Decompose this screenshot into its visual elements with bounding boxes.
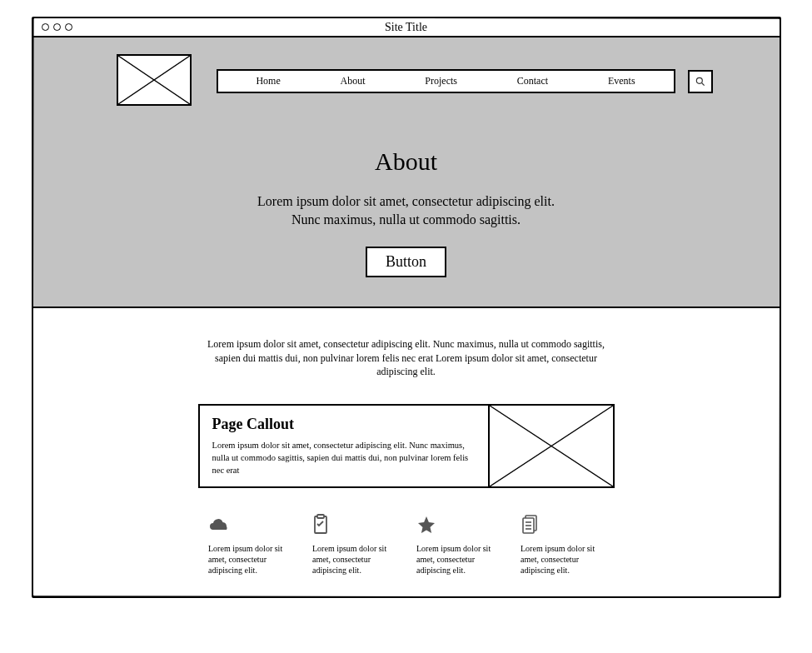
nav-item-events[interactable]: Events xyxy=(608,75,635,87)
site-title: Site Title xyxy=(385,21,427,34)
title-bar: Site Title xyxy=(33,18,780,37)
logo-placeholder[interactable] xyxy=(117,54,192,106)
hero-section: Home About Projects Contact Events About… xyxy=(33,37,780,308)
feature-text: Lorem ipsum dolor sit amet, consectetur … xyxy=(521,543,604,576)
hero-subtext: Lorem ipsum dolor sit amet, consectetur … xyxy=(83,192,730,230)
window-dot[interactable] xyxy=(53,23,61,31)
header-row: Home About Projects Contact Events xyxy=(83,54,730,106)
hero-button[interactable]: Button xyxy=(366,247,446,277)
clipboard-icon xyxy=(312,513,396,536)
window-controls xyxy=(42,23,72,31)
search-button[interactable] xyxy=(688,70,713,93)
feature-item: Lorem ipsum dolor sit amet, consectetur … xyxy=(416,513,500,576)
feature-item: Lorem ipsum dolor sit amet, consectetur … xyxy=(312,513,396,576)
feature-text: Lorem ipsum dolor sit amet, consectetur … xyxy=(312,543,396,576)
window-dot[interactable] xyxy=(65,23,72,31)
nav-area: Home About Projects Contact Events xyxy=(217,69,713,93)
content-section: Lorem ipsum dolor sit amet, consectetur … xyxy=(33,308,780,596)
documents-icon xyxy=(521,513,604,536)
callout-text: Page Callout Lorem ipsum dolor sit amet,… xyxy=(200,406,488,486)
nav-item-about[interactable]: About xyxy=(341,75,366,87)
nav-item-projects[interactable]: Projects xyxy=(425,75,457,87)
page-callout: Page Callout Lorem ipsum dolor sit amet,… xyxy=(198,404,615,488)
feature-item: Lorem ipsum dolor sit amet, consectetur … xyxy=(208,513,291,576)
feature-text: Lorem ipsum dolor sit amet, consectetur … xyxy=(416,543,500,576)
browser-window: Site Title Home About Projects Contact E… xyxy=(32,17,781,598)
callout-image-placeholder xyxy=(488,406,613,486)
svg-point-2 xyxy=(696,77,702,83)
features-row: Lorem ipsum dolor sit amet, consectetur … xyxy=(190,513,623,576)
svg-rect-7 xyxy=(317,515,324,518)
page-heading: About xyxy=(83,147,730,176)
callout-title: Page Callout xyxy=(212,416,476,433)
star-icon xyxy=(416,513,500,536)
nav-item-contact[interactable]: Contact xyxy=(517,75,548,87)
feature-item: Lorem ipsum dolor sit amet, consectetur … xyxy=(521,513,604,576)
nav-item-home[interactable]: Home xyxy=(256,75,280,87)
intro-text: Lorem ipsum dolor sit amet, consectetur … xyxy=(198,337,615,379)
svg-line-3 xyxy=(701,82,704,85)
search-icon xyxy=(695,76,706,87)
nav-bar: Home About Projects Contact Events xyxy=(217,69,675,93)
window-dot[interactable] xyxy=(42,23,49,31)
feature-text: Lorem ipsum dolor sit amet, consectetur … xyxy=(208,543,291,576)
callout-body: Lorem ipsum dolor sit amet, consectetur … xyxy=(212,440,476,476)
cloud-icon xyxy=(208,513,291,536)
hero-content: About Lorem ipsum dolor sit amet, consec… xyxy=(83,147,730,277)
